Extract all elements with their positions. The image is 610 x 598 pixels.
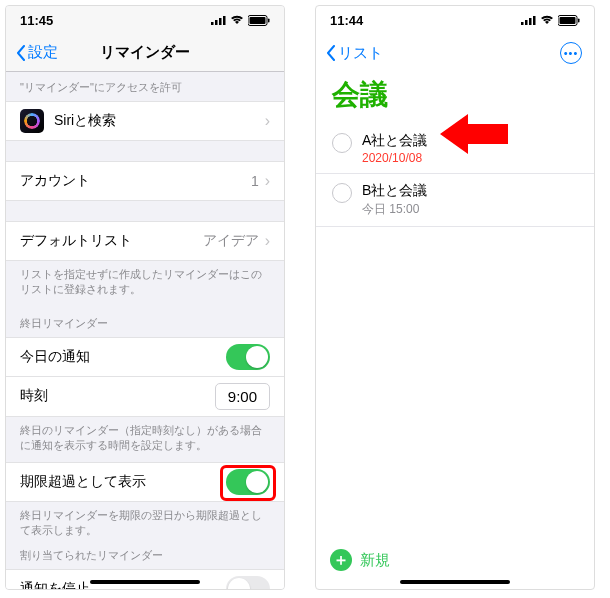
complete-radio[interactable] xyxy=(332,183,352,203)
allday-footer: 終日のリマインダー（指定時刻なし）がある場合に通知を表示する時間を設定します。 xyxy=(6,417,284,462)
svg-rect-9 xyxy=(529,18,532,25)
default-list-label: デフォルトリスト xyxy=(20,232,203,250)
row-siri-search[interactable]: Siriと検索 › xyxy=(6,101,284,141)
svg-rect-6 xyxy=(268,18,270,22)
list-title: 会議 xyxy=(316,72,594,124)
today-notif-label: 今日の通知 xyxy=(20,348,226,366)
overdue-label: 期限超過として表示 xyxy=(20,473,226,491)
svg-rect-5 xyxy=(250,17,266,24)
battery-icon xyxy=(248,15,270,26)
default-list-value: アイデア xyxy=(203,232,259,250)
wifi-icon xyxy=(230,15,244,25)
svg-rect-8 xyxy=(525,20,528,25)
chevron-right-icon: › xyxy=(265,232,270,250)
row-default-list[interactable]: デフォルトリスト アイデア › xyxy=(6,221,284,261)
plus-icon: ＋ xyxy=(330,549,352,571)
back-label: リスト xyxy=(338,44,383,63)
wifi-icon xyxy=(540,15,554,25)
reminder-title: B社と会議 xyxy=(362,182,427,200)
chevron-left-icon xyxy=(16,45,26,61)
stop-notif-toggle[interactable] xyxy=(226,576,270,589)
back-button[interactable]: リスト xyxy=(326,44,383,63)
back-label: 設定 xyxy=(28,43,58,62)
overdue-toggle[interactable] xyxy=(226,469,270,495)
battery-icon xyxy=(558,15,580,26)
svg-rect-7 xyxy=(521,22,524,25)
nav-bar: リスト ••• xyxy=(316,34,594,72)
reminder-item[interactable]: B社と会議 今日 15:00 xyxy=(316,174,594,227)
row-time[interactable]: 時刻 9:00 xyxy=(6,377,284,417)
home-indicator[interactable] xyxy=(400,580,510,584)
today-notif-toggle[interactable] xyxy=(226,344,270,370)
ellipsis-icon: ••• xyxy=(564,47,579,59)
siri-label: Siriと検索 xyxy=(54,112,265,130)
signal-icon xyxy=(211,15,226,25)
back-button[interactable]: 設定 xyxy=(16,43,58,62)
clock: 11:44 xyxy=(330,13,363,28)
svg-rect-12 xyxy=(560,17,576,24)
overdue-footer: 終日リマインダーを期限の翌日から期限超過として表示します。 xyxy=(6,502,284,547)
svg-rect-1 xyxy=(215,20,218,25)
reminder-date: 今日 15:00 xyxy=(362,201,427,218)
svg-rect-10 xyxy=(533,16,536,25)
status-bar: 11:45 xyxy=(6,6,284,34)
home-indicator[interactable] xyxy=(90,580,200,584)
time-value[interactable]: 9:00 xyxy=(215,383,270,410)
reminder-title: A社と会議 xyxy=(362,132,427,150)
more-button[interactable]: ••• xyxy=(560,42,582,64)
new-label: 新規 xyxy=(360,551,390,570)
status-bar: 11:44 xyxy=(316,6,594,34)
row-show-as-overdue: 期限超過として表示 xyxy=(6,462,284,502)
account-value: 1 xyxy=(251,173,259,189)
section-header-allday: 終日リマインダー xyxy=(6,306,284,337)
status-icons xyxy=(211,15,270,26)
new-reminder-button[interactable]: ＋ 新規 xyxy=(330,549,390,571)
svg-rect-2 xyxy=(219,18,222,25)
signal-icon xyxy=(521,15,536,25)
default-list-footer: リストを指定せずに作成したリマインダーはこのリストに登録されます。 xyxy=(6,261,284,306)
section-header-access: "リマインダー"にアクセスを許可 xyxy=(6,72,284,101)
nav-bar: 設定 リマインダー xyxy=(6,34,284,72)
section-header-assigned: 割り当てられたリマインダー xyxy=(6,546,284,569)
chevron-left-icon xyxy=(326,45,336,61)
svg-rect-0 xyxy=(211,22,214,25)
time-label: 時刻 xyxy=(20,387,215,405)
complete-radio[interactable] xyxy=(332,133,352,153)
clock: 11:45 xyxy=(20,13,53,28)
status-icons xyxy=(521,15,580,26)
row-accounts[interactable]: アカウント 1 › xyxy=(6,161,284,201)
chevron-right-icon: › xyxy=(265,172,270,190)
svg-rect-13 xyxy=(578,18,580,22)
reminder-date: 2020/10/08 xyxy=(362,151,427,165)
siri-icon xyxy=(20,109,44,133)
account-label: アカウント xyxy=(20,172,251,190)
chevron-right-icon: › xyxy=(265,112,270,130)
row-today-notification: 今日の通知 xyxy=(6,337,284,377)
svg-rect-3 xyxy=(223,16,226,25)
reminder-item[interactable]: A社と会議 2020/10/08 xyxy=(316,124,594,174)
